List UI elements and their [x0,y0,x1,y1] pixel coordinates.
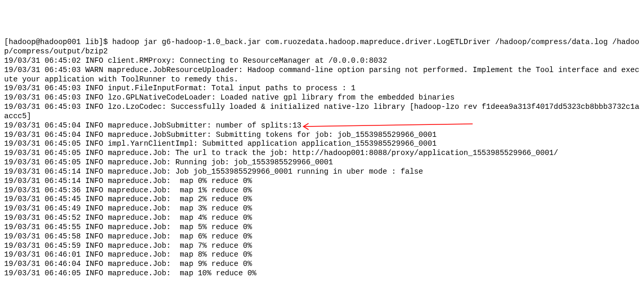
log-text: 19/03/31 06:45:03 INFO lzo.LzoCodec: Suc… [4,103,639,120]
log-text: 19/03/31 06:45:05 INFO impl.YarnClientIm… [4,139,436,148]
log-line: 19/03/31 06:45:52 INFO mapreduce.Job: ma… [4,214,640,223]
log-text: 19/03/31 06:45:03 WARN mapreduce.JobReso… [4,66,639,83]
log-text: 19/03/31 06:45:55 INFO mapreduce.Job: ma… [4,223,252,231]
log-line: 19/03/31 06:45:59 INFO mapreduce.Job: ma… [4,242,640,251]
log-text: 19/03/31 06:45:52 INFO mapreduce.Job: ma… [4,214,252,222]
log-line: 19/03/31 06:45:03 WARN mapreduce.JobReso… [4,66,640,84]
log-line: 19/03/31 06:45:36 INFO mapreduce.Job: ma… [4,186,640,195]
svg-line-0 [304,124,473,126]
log-line: 19/03/31 06:45:03 INFO lzo.LzoCodec: Suc… [4,103,640,121]
log-text: 19/03/31 06:45:02 INFO client.RMProxy: C… [4,57,387,65]
log-line: 19/03/31 06:45:49 INFO mapreduce.Job: ma… [4,204,640,214]
log-text: 19/03/31 06:45:14 INFO mapreduce.Job: ma… [4,177,252,185]
log-line: 19/03/31 06:45:04 INFO mapreduce.JobSubm… [4,121,640,131]
log-line: 19/03/31 06:45:02 INFO client.RMProxy: C… [4,57,640,66]
shell-command-line: [hadoop@hadoop001 lib]$ hadoop jar g6-ha… [4,38,640,57]
log-text: 19/03/31 06:46:04 INFO mapreduce.Job: ma… [4,260,252,268]
log-text: 19/03/31 06:45:04 INFO mapreduce.JobSubm… [4,131,436,139]
log-line: 19/03/31 06:45:04 INFO mapreduce.JobSubm… [4,131,640,140]
log-text: 19/03/31 06:45:05 INFO mapreduce.Job: Th… [4,149,558,157]
log-line: 19/03/31 06:45:14 INFO mapreduce.Job: ma… [4,177,640,186]
terminal-output: [hadoop@hadoop001 lib]$ hadoop jar g6-ha… [4,38,640,278]
annotation-arrow-icon [299,122,475,131]
log-line: 19/03/31 06:46:04 INFO mapreduce.Job: ma… [4,260,640,269]
log-line: 19/03/31 06:45:55 INFO mapreduce.Job: ma… [4,223,640,232]
shell-prompt: [hadoop@hadoop001 lib]$ [4,38,112,46]
log-line: 19/03/31 06:45:05 INFO impl.YarnClientIm… [4,139,640,149]
log-text: 19/03/31 06:45:58 INFO mapreduce.Job: ma… [4,232,252,241]
log-text: 19/03/31 06:45:03 INFO lzo.GPLNativeCode… [4,93,455,102]
log-text: 19/03/31 06:46:01 INFO mapreduce.Job: ma… [4,250,252,259]
log-text: 19/03/31 06:45:14 INFO mapreduce.Job: Jo… [4,167,423,176]
log-text: 19/03/31 06:45:03 INFO input.FileInputFo… [4,84,356,92]
log-line: 19/03/31 06:45:03 INFO input.FileInputFo… [4,84,640,93]
log-line: 19/03/31 06:45:14 INFO mapreduce.Job: Jo… [4,167,640,177]
log-line: 19/03/31 06:45:05 INFO mapreduce.Job: Th… [4,149,640,158]
log-text: 19/03/31 06:45:45 INFO mapreduce.Job: ma… [4,195,252,203]
log-text: 19/03/31 06:45:49 INFO mapreduce.Job: ma… [4,204,252,213]
log-text: 19/03/31 06:45:04 INFO mapreduce.JobSubm… [4,121,301,130]
log-text: 19/03/31 06:46:05 INFO mapreduce.Job: ma… [4,269,256,277]
log-line: 19/03/31 06:46:01 INFO mapreduce.Job: ma… [4,250,640,260]
log-line: 19/03/31 06:46:05 INFO mapreduce.Job: ma… [4,269,640,278]
log-text: 19/03/31 06:45:36 INFO mapreduce.Job: ma… [4,186,252,194]
log-text: 19/03/31 06:45:05 INFO mapreduce.Job: Ru… [4,158,333,166]
log-line: 19/03/31 06:45:45 INFO mapreduce.Job: ma… [4,195,640,204]
log-line: 19/03/31 06:45:03 INFO lzo.GPLNativeCode… [4,93,640,103]
log-line: 19/03/31 06:45:58 INFO mapreduce.Job: ma… [4,232,640,242]
log-text: 19/03/31 06:45:59 INFO mapreduce.Job: ma… [4,242,252,250]
log-line: 19/03/31 06:45:05 INFO mapreduce.Job: Ru… [4,158,640,167]
